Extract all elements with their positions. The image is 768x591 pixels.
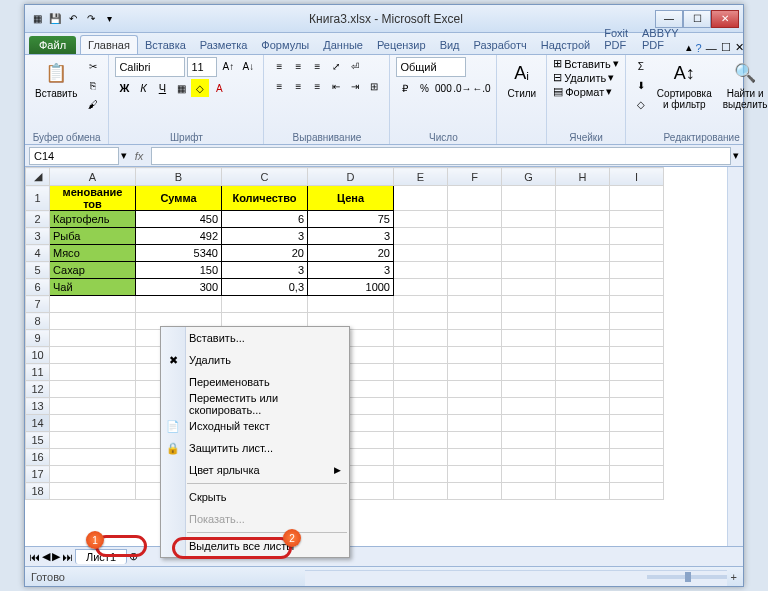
- cell-D3[interactable]: 3: [308, 228, 394, 245]
- cell-A1[interactable]: менование тов: [50, 186, 136, 211]
- italic-button[interactable]: К: [134, 79, 152, 97]
- tab-addins[interactable]: Надстрой: [534, 36, 597, 54]
- cell-C5[interactable]: 3: [222, 262, 308, 279]
- cells-delete-button[interactable]: ⊟Удалить ▾: [553, 71, 614, 84]
- row-header[interactable]: 7: [26, 296, 50, 313]
- row-header[interactable]: 10: [26, 347, 50, 364]
- minimize-ribbon-icon[interactable]: ▴: [686, 41, 692, 54]
- col-header-G[interactable]: G: [502, 168, 556, 186]
- cell-B4[interactable]: 5340: [136, 245, 222, 262]
- percent-button[interactable]: %: [415, 79, 433, 97]
- align-center-button[interactable]: ≡: [289, 77, 307, 95]
- col-header-H[interactable]: H: [556, 168, 610, 186]
- align-left-button[interactable]: ≡: [270, 77, 288, 95]
- redo-icon[interactable]: ↷: [83, 11, 99, 27]
- row-header[interactable]: 11: [26, 364, 50, 381]
- zoom-in-icon[interactable]: +: [731, 571, 737, 583]
- menu-protect[interactable]: 🔒Защитить лист...: [161, 437, 349, 459]
- save-icon[interactable]: 💾: [47, 11, 63, 27]
- merge-button[interactable]: ⊞: [365, 77, 383, 95]
- cells-format-button[interactable]: ▤Формат ▾: [553, 85, 612, 98]
- menu-hide[interactable]: Скрыть: [161, 486, 349, 508]
- cell-C1[interactable]: Количество: [222, 186, 308, 211]
- grow-font-button[interactable]: A↑: [219, 57, 237, 75]
- cell-B3[interactable]: 492: [136, 228, 222, 245]
- col-header-B[interactable]: B: [136, 168, 222, 186]
- tab-insert[interactable]: Вставка: [138, 36, 193, 54]
- row-header[interactable]: 3: [26, 228, 50, 245]
- cell-D2[interactable]: 75: [308, 211, 394, 228]
- underline-button[interactable]: Ч: [153, 79, 171, 97]
- formula-input[interactable]: [151, 147, 731, 165]
- help-icon[interactable]: ?: [696, 42, 702, 54]
- paste-button[interactable]: 📋 Вставить: [31, 57, 81, 101]
- close-button[interactable]: ✕: [711, 10, 739, 28]
- sort-filter-button[interactable]: A↕ Сортировка и фильтр: [653, 57, 716, 112]
- row-header[interactable]: 9: [26, 330, 50, 347]
- tab-nav-first-icon[interactable]: ⏮: [29, 551, 40, 563]
- cell-D6[interactable]: 1000: [308, 279, 394, 296]
- maximize-button[interactable]: ☐: [683, 10, 711, 28]
- wrap-text-button[interactable]: ⏎: [346, 57, 364, 75]
- cell-A3[interactable]: Рыба: [50, 228, 136, 245]
- autosum-button[interactable]: Σ: [632, 57, 650, 75]
- tab-abbyy[interactable]: ABBYY PDF: [635, 24, 686, 54]
- bold-button[interactable]: Ж: [115, 79, 133, 97]
- name-box[interactable]: C14: [29, 147, 119, 165]
- file-tab[interactable]: Файл: [29, 36, 76, 54]
- cell-D1[interactable]: Цена: [308, 186, 394, 211]
- fill-button[interactable]: ⬇: [632, 76, 650, 94]
- cells-insert-button[interactable]: ⊞Вставить ▾: [553, 57, 619, 70]
- row-header[interactable]: 12: [26, 381, 50, 398]
- row-header[interactable]: 5: [26, 262, 50, 279]
- format-painter-button[interactable]: 🖌: [84, 95, 102, 113]
- align-right-button[interactable]: ≡: [308, 77, 326, 95]
- col-header-F[interactable]: F: [448, 168, 502, 186]
- align-top-button[interactable]: ≡: [270, 57, 288, 75]
- border-button[interactable]: ▦: [172, 79, 190, 97]
- formula-expand-icon[interactable]: ▾: [733, 149, 739, 162]
- font-name-combo[interactable]: Calibri: [115, 57, 185, 77]
- row-header[interactable]: 18: [26, 483, 50, 500]
- row-header[interactable]: 14: [26, 415, 50, 432]
- copy-button[interactable]: ⎘: [84, 76, 102, 94]
- tab-nav-prev-icon[interactable]: ◀: [42, 550, 50, 563]
- undo-icon[interactable]: ↶: [65, 11, 81, 27]
- zoom-slider[interactable]: [647, 575, 727, 579]
- font-color-button[interactable]: A: [210, 79, 228, 97]
- col-header-E[interactable]: E: [394, 168, 448, 186]
- comma-button[interactable]: 000: [434, 79, 452, 97]
- cell-C2[interactable]: 6: [222, 211, 308, 228]
- row-header[interactable]: 13: [26, 398, 50, 415]
- menu-delete[interactable]: ✖Удалить: [161, 349, 349, 371]
- align-middle-button[interactable]: ≡: [289, 57, 307, 75]
- tab-view[interactable]: Вид: [433, 36, 467, 54]
- tab-data[interactable]: Данные: [316, 36, 370, 54]
- clear-button[interactable]: ◇: [632, 95, 650, 113]
- col-header-C[interactable]: C: [222, 168, 308, 186]
- vertical-scrollbar[interactable]: [727, 167, 743, 546]
- tab-layout[interactable]: Разметка: [193, 36, 255, 54]
- col-header-D[interactable]: D: [308, 168, 394, 186]
- number-format-combo[interactable]: Общий: [396, 57, 466, 77]
- styles-button[interactable]: Aᵢ Стили: [503, 57, 540, 101]
- decrease-decimal-button[interactable]: ←.0: [472, 79, 490, 97]
- row-header[interactable]: 4: [26, 245, 50, 262]
- menu-tab-color[interactable]: Цвет ярлычка▶: [161, 459, 349, 481]
- tab-nav-last-icon[interactable]: ⏭: [62, 551, 73, 563]
- cell-B6[interactable]: 300: [136, 279, 222, 296]
- menu-view-code[interactable]: 📄Исходный текст: [161, 415, 349, 437]
- col-header-A[interactable]: A: [50, 168, 136, 186]
- cell-A2[interactable]: Картофель: [50, 211, 136, 228]
- cut-button[interactable]: ✂: [84, 57, 102, 75]
- namebox-dropdown-icon[interactable]: ▾: [121, 149, 127, 162]
- orientation-button[interactable]: ⤢: [327, 57, 345, 75]
- font-size-combo[interactable]: 11: [187, 57, 217, 77]
- row-header[interactable]: 6: [26, 279, 50, 296]
- cell-B1[interactable]: Сумма: [136, 186, 222, 211]
- row-header[interactable]: 15: [26, 432, 50, 449]
- cell-D4[interactable]: 20: [308, 245, 394, 262]
- align-bottom-button[interactable]: ≡: [308, 57, 326, 75]
- row-header[interactable]: 2: [26, 211, 50, 228]
- workbook-restore-icon[interactable]: ☐: [721, 41, 731, 54]
